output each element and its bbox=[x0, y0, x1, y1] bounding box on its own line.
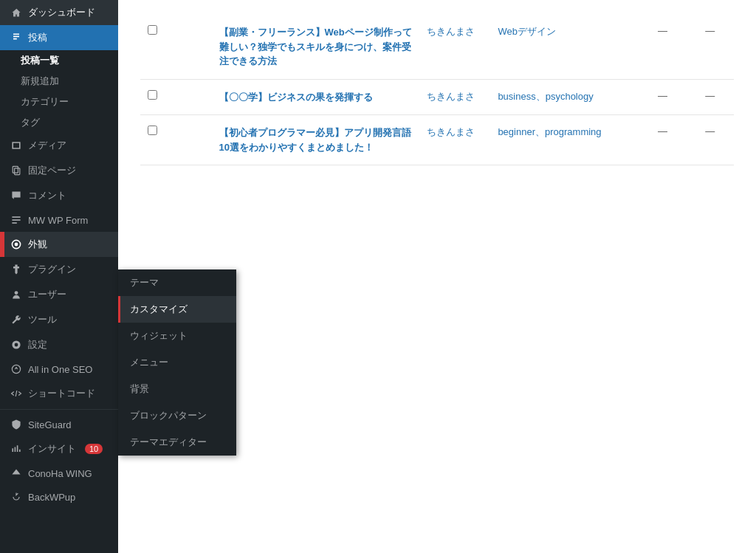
svg-point-7 bbox=[12, 365, 20, 373]
sidebar-sub-posts-list[interactable]: 投稿一覧 bbox=[10, 50, 118, 71]
sidebar-item-users[interactable]: ユーザー bbox=[0, 282, 118, 307]
sidebar-item-backwpup[interactable]: BackWPup bbox=[0, 485, 118, 509]
sidebar-allinoneseo-label: All in One SEO bbox=[28, 364, 92, 375]
form-icon bbox=[10, 214, 22, 226]
sidebar: ダッシュボード 投稿 投稿一覧 新規追加 カテゴリー タグ メディア 固定ページ… bbox=[0, 0, 118, 553]
svg-rect-2 bbox=[12, 216, 20, 218]
plugins-icon bbox=[10, 264, 22, 275]
svg-point-6 bbox=[15, 291, 18, 295]
table-row: 【初心者プログラマー必見】アプリ開発言語10選をわかりやすくまとめました！ ちき… bbox=[140, 115, 734, 165]
sidebar-sub-posts-category[interactable]: カテゴリー bbox=[10, 92, 118, 112]
sidebar-item-comments[interactable]: コメント bbox=[0, 183, 118, 208]
sidebar-shortcode-label: ショートコード bbox=[28, 387, 95, 400]
sidebar-tools-label: ツール bbox=[28, 313, 57, 326]
dashboard-icon bbox=[10, 7, 22, 18]
sidebar-item-plugins[interactable]: プラグイン bbox=[0, 257, 118, 282]
sidebar-conoha-label: ConoHa WING bbox=[28, 468, 92, 479]
sidebar-sub-posts-tags[interactable]: タグ bbox=[10, 112, 118, 133]
table-row: 【副業・フリーランス】Webページ制作って難しい？独学でもスキルを身につけ、案件… bbox=[140, 15, 734, 79]
sidebar-media-label: メディア bbox=[28, 139, 66, 152]
dropdown-themes[interactable]: テーマ bbox=[118, 269, 236, 296]
sidebar-settings-label: 設定 bbox=[28, 338, 47, 351]
sidebar-item-media[interactable]: メディア bbox=[0, 133, 118, 158]
sidebar-siteguard-label: SiteGuard bbox=[28, 419, 72, 430]
sidebar-item-conoha[interactable]: ConoHa WING bbox=[0, 461, 118, 485]
post-tags: business、psychology bbox=[498, 91, 593, 102]
svg-rect-4 bbox=[12, 222, 16, 224]
users-icon bbox=[10, 289, 22, 300]
sidebar-users-label: ユーザー bbox=[28, 288, 66, 301]
row-checkbox[interactable] bbox=[148, 90, 157, 100]
post-col5: — bbox=[705, 25, 715, 36]
backup-icon bbox=[10, 491, 22, 503]
sidebar-posts-label: 投稿 bbox=[28, 31, 47, 44]
post-author: ちきんまさ bbox=[427, 91, 475, 102]
sidebar-item-posts[interactable]: 投稿 bbox=[0, 25, 118, 50]
settings-icon bbox=[10, 339, 22, 351]
appearance-dropdown: テーマ カスタマイズ ウィジェット メニュー 背景 ブロックパターン テーマエデ… bbox=[118, 269, 236, 456]
sidebar-item-pages[interactable]: 固定ページ bbox=[0, 158, 118, 183]
sidebar-pages-label: 固定ページ bbox=[28, 164, 76, 177]
post-title-link[interactable]: 【副業・フリーランス】Webページ制作って難しい？独学でもスキルを身につけ、案件… bbox=[219, 27, 412, 66]
sidebar-item-tools[interactable]: ツール bbox=[0, 307, 118, 332]
sidebar-item-appearance[interactable]: 外観 bbox=[0, 232, 118, 257]
svg-rect-3 bbox=[12, 219, 20, 221]
sidebar-item-shortcode[interactable]: ショートコード bbox=[0, 381, 118, 406]
post-tags: beginner、programming bbox=[498, 126, 601, 137]
svg-rect-1 bbox=[15, 168, 20, 175]
post-author: ちきんまさ bbox=[427, 126, 475, 137]
sidebar-comments-label: コメント bbox=[28, 189, 66, 202]
sidebar-appearance-label: 外観 bbox=[28, 238, 47, 251]
seo-icon bbox=[10, 363, 22, 375]
sidebar-dashboard-label: ダッシュボード bbox=[28, 6, 95, 19]
post-col5: — bbox=[705, 126, 715, 137]
sidebar-backwpup-label: BackWPup bbox=[28, 492, 75, 503]
insight-icon bbox=[10, 443, 22, 455]
sidebar-posts-subitems: 投稿一覧 新規追加 カテゴリー タグ bbox=[0, 50, 118, 133]
post-col4: — bbox=[658, 25, 667, 36]
svg-point-5 bbox=[15, 243, 18, 247]
conoha-icon bbox=[10, 467, 22, 479]
post-author: ちきんまさ bbox=[427, 26, 475, 37]
dropdown-customize[interactable]: カスタマイズ bbox=[118, 296, 236, 323]
sidebar-item-allinoneseo[interactable]: All in One SEO bbox=[0, 357, 118, 381]
sidebar-insight-label: インサイト bbox=[28, 442, 76, 456]
row-checkbox[interactable] bbox=[148, 25, 157, 35]
tools-icon bbox=[10, 314, 22, 326]
pages-icon bbox=[10, 165, 22, 176]
sidebar-item-mwwpform[interactable]: MW WP Form bbox=[0, 208, 118, 232]
posts-table: 【副業・フリーランス】Webページ制作って難しい？独学でもスキルを身につけ、案件… bbox=[140, 15, 734, 165]
post-col4: — bbox=[658, 126, 667, 137]
shortcode-icon bbox=[10, 388, 22, 399]
comments-icon bbox=[10, 190, 22, 202]
post-col5: — bbox=[705, 90, 715, 101]
media-icon bbox=[10, 140, 22, 151]
dropdown-block-patterns[interactable]: ブロックパターン bbox=[118, 402, 236, 429]
table-row: 【〇〇学】ビジネスの果を発揮する ちきんまさ business、psycholo… bbox=[140, 79, 734, 115]
dropdown-theme-editor[interactable]: テーマエディター bbox=[118, 429, 236, 456]
dropdown-menus[interactable]: メニュー bbox=[118, 349, 236, 376]
sidebar-mwwpform-label: MW WP Form bbox=[28, 215, 88, 226]
insight-badge: 10 bbox=[85, 444, 103, 454]
post-col4: — bbox=[658, 90, 667, 101]
sidebar-plugins-label: プラグイン bbox=[28, 263, 76, 276]
dropdown-background[interactable]: 背景 bbox=[118, 376, 236, 402]
svg-rect-0 bbox=[13, 166, 18, 173]
row-checkbox[interactable] bbox=[148, 126, 157, 135]
post-category: Webデザイン bbox=[498, 26, 556, 37]
sidebar-item-siteguard[interactable]: SiteGuard bbox=[0, 413, 118, 436]
post-title-link[interactable]: 【〇〇学】ビジネスの果を発揮する bbox=[219, 92, 373, 103]
siteguard-icon bbox=[10, 419, 22, 430]
sidebar-item-settings[interactable]: 設定 bbox=[0, 332, 118, 357]
sidebar-item-insight[interactable]: インサイト 10 bbox=[0, 436, 118, 461]
appearance-icon bbox=[10, 238, 22, 250]
sidebar-sub-posts-new[interactable]: 新規追加 bbox=[10, 71, 118, 92]
posts-icon bbox=[10, 32, 22, 44]
dropdown-widgets[interactable]: ウィジェット bbox=[118, 323, 236, 349]
post-title-link[interactable]: 【初心者プログラマー必見】アプリ開発言語10選をわかりやすくまとめました！ bbox=[219, 127, 411, 153]
sidebar-item-dashboard[interactable]: ダッシュボード bbox=[0, 0, 118, 25]
